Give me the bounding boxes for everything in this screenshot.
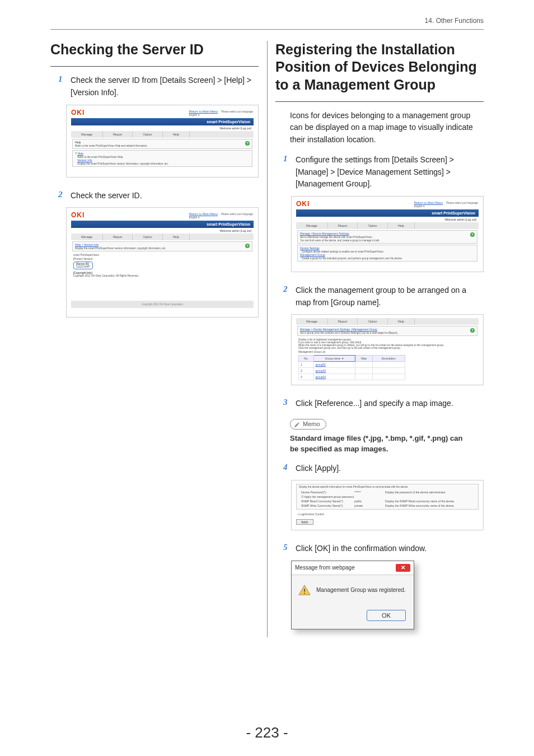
right-step-5: 5 Click [OK] in the confirmation window. [275,543,484,555]
right-intro: Icons for devices belonging to a managem… [275,110,484,146]
left-title: Checking the Server ID [50,41,259,58]
tab-report[interactable]: Report [328,222,358,229]
oki-logo: OKI [296,200,310,208]
lang-value[interactable]: English [414,205,423,208]
tab-row: Manage Report Option Help [71,131,254,138]
write-label: SNMP Write Community Name(*): [301,504,354,507]
breadcrumb-box: Manage >Device Management Settings Set t… [297,230,477,244]
step-text: Check the server ID. [71,190,142,202]
help-icon[interactable]: ? [245,141,250,146]
th-desc: Description [372,356,405,362]
tab-help[interactable]: Help [163,234,190,240]
tab-help[interactable]: Help [388,318,415,325]
footer-band: Copyright 2012 Oki Data Corporation [71,301,254,308]
page-number: - 223 - [0,724,534,741]
server-id-value: 1102176447 [76,265,90,268]
read-label: SNMP Read Community Name(*): [301,500,354,503]
lang-value[interactable]: English [189,216,198,219]
ok-button[interactable]: OK [367,610,406,621]
right-step-2: 2 Click the management group to be arran… [275,284,484,309]
close-icon[interactable]: ✕ [396,564,410,572]
column-divider [267,41,268,637]
return-main-link[interactable]: Return to Main Menu [189,110,218,113]
read-desc: Display the SNMP Read community name of … [385,500,455,503]
tab-option[interactable]: Option [358,222,387,229]
th-group[interactable]: Group name [325,357,341,360]
lang-value[interactable]: English [189,114,198,116]
group-link[interactable]: group03 [316,375,326,379]
apply-hdr: Display the device-specific information … [299,486,476,488]
breadcrumb-desc: Display the smart PrintSuperVision versi… [75,247,166,250]
step-text: Click the management group to be arrange… [296,284,484,309]
group-link[interactable]: group02 [316,369,326,372]
lang-label: Please select your language: [446,202,479,204]
oki-logo: OKI [71,109,85,116]
help-icon[interactable]: ? [470,232,475,237]
device-settings-link[interactable]: Device Settings [300,246,320,250]
product-version-label: [Product Version] [73,258,251,260]
lang-label: Please select your language: [221,213,254,216]
step-text: Configure the settings from [Details Scr… [296,154,484,190]
tab-manage[interactable]: Manage [296,318,328,325]
right-step-4: 4 Click [Apply]. [275,463,484,475]
product-bar: smart PrintSuperVision [296,209,479,217]
product-bar: smart PrintSuperVision [71,118,254,125]
step-text: Click [Apply]. [296,463,341,475]
tab-help[interactable]: Help [388,222,415,229]
mg-detail-box: Device Settings Configure device related… [297,245,477,262]
tab-option[interactable]: Option [133,131,162,138]
title-rule [275,101,484,102]
memo-badge: Memo [290,419,326,430]
tab-option[interactable]: Option [133,234,162,240]
help-icon[interactable]: ? [245,244,250,248]
left-column: Checking the Server ID 1 Check the serve… [50,41,259,637]
lang-label: Please select your language: [221,110,254,113]
breadcrumb: Help [75,141,81,144]
help-detail-box: ? Help Refer to the smart PrintSuperVisi… [72,150,252,167]
pw-label: Device Password(*): [301,491,354,494]
tab-report[interactable]: Report [103,131,133,138]
table-row: 3group03 [299,374,405,380]
tab-row: Manage Report Option Help [296,318,479,325]
dialog-title-text: Message from webpage [295,564,355,571]
tab-help[interactable]: Help [163,131,190,138]
group-link[interactable]: group01 [316,363,326,366]
tab-report[interactable]: Report [328,318,358,325]
confirm-dialog: Message from webpage ✕ Management Group … [291,561,414,629]
step-text: Check the server ID from [Details Screen… [71,74,259,99]
step-number: 4 [283,463,290,475]
mg-desc1: Set to effectively manage the device wit… [300,236,373,239]
tab-row: Manage Report Option Help [296,222,479,229]
tab-manage[interactable]: Manage [296,222,328,229]
mgmt-group-link[interactable]: Management Group [300,253,325,256]
log-access[interactable]: Log/Access Control [299,512,324,516]
step-text: Click [Reference...] and specify a map i… [296,398,453,410]
memo-text: Standard image files (*.jpg, *.bmp, *.gi… [275,433,484,463]
apply-chk[interactable]: Apply the management group password. [304,495,354,498]
svg-rect-0 [304,589,305,592]
tab-manage[interactable]: Manage [71,131,103,138]
left-step-2: 2 Check the server ID. [50,190,259,202]
breadcrumb-box: Manage > Device Management Settings >Man… [297,326,477,336]
warning-icon [298,584,311,596]
write-val: private [354,504,385,507]
pencil-icon [294,422,300,428]
help-icon[interactable]: ? [470,328,475,333]
tab-manage[interactable]: Manage [71,234,103,240]
tab-report[interactable]: Report [103,234,133,240]
oki-logo: OKI [71,211,85,219]
help-link[interactable]: Help [77,152,83,155]
right-title: Registering the Installation Position of… [275,41,484,94]
page-header: 14. Other Functions [0,0,534,29]
tab-option[interactable]: Option [358,318,387,325]
right-column: Registering the Installation Position of… [275,41,484,637]
group-table: No. Group name ▼ Map Description 1group0… [298,355,405,380]
screenshot-manage: OKI Return to Main Menu Please select yo… [291,196,484,272]
apply-button[interactable]: Apply [296,519,313,525]
dialog-message: Management Group was registered. [316,587,406,593]
grouplist-desc: Set in group units the contents set in [… [300,332,398,334]
return-main-link[interactable]: Return to Main Menu [189,212,218,216]
version-info-link[interactable]: Version Info [77,158,92,162]
table-row: 1group01 [299,362,405,368]
return-main-link[interactable]: Return to Main Menu [414,201,443,204]
